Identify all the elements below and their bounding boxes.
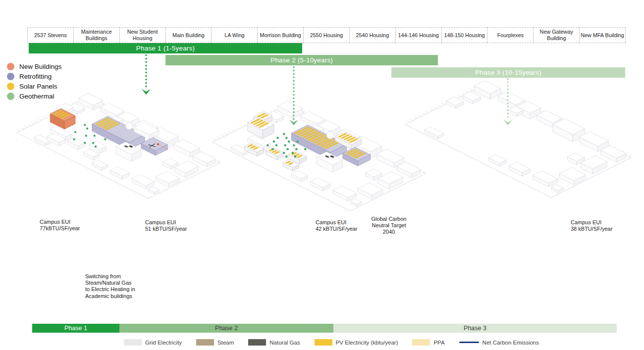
chart-legend-item-natural-gas: Natural Gas (248, 339, 300, 346)
phase2-arrow-icon (288, 66, 300, 126)
legend-dot-icon (7, 73, 14, 80)
phase1-arrow-icon (140, 54, 152, 95)
building-cell-13: New MFA Building (579, 27, 626, 43)
legend-label: Grid Electricity (145, 340, 182, 346)
legend-swatch-icon (248, 339, 266, 346)
chart-legend-item-ppa: PPA (412, 339, 444, 346)
building-cell-12: New Gateway Building (533, 27, 580, 43)
legend-label: PV Electricity (kbtu/year) (336, 340, 398, 346)
legend-swatch-icon (412, 339, 430, 346)
phase2-chart-bar: Phase 2 (119, 324, 333, 333)
legend-label: Retrofitting (19, 73, 52, 80)
legend-swatch-icon (196, 339, 214, 346)
phase1-campus-axonometric (12, 87, 225, 208)
legend-line-icon (459, 342, 479, 344)
building-cell-1: 2537 Stevens (27, 27, 74, 43)
phase2-chart-label: Phase 2 (215, 325, 238, 332)
building-cell-7: 2550 Housing (303, 27, 350, 43)
legend-label: Natural Gas (269, 340, 300, 346)
chart-legend-item-steam: Steam (196, 339, 234, 346)
phase1-timeline-bar: Phase 1 (1-5years) (29, 43, 302, 53)
building-cell-5: LA Wing (211, 27, 258, 43)
phase3-arrow-icon (502, 78, 514, 126)
annotation-carbon-target: Global Carbon Neutral Target 2040 (362, 216, 416, 236)
phase2-timeline-label: Phase 2 (5-10years) (270, 56, 333, 64)
chart-legend-item-grid-electricity: Grid Electricity (124, 339, 182, 346)
legend-label: New Buildings (19, 63, 62, 70)
chart-legend: Grid ElectricitySteamNatural GasPV Elect… (124, 339, 539, 346)
phase3-chart-bar: Phase 3 (333, 324, 617, 333)
phase1-chart-label: Phase 1 (64, 325, 87, 332)
phase1-timeline-label: Phase 1 (1-5years) (136, 45, 195, 52)
legend-swatch-icon (124, 339, 142, 346)
building-header-row: 2537 StevensMaintenance BuildingsNew Stu… (27, 27, 626, 43)
map-legend-item-retrofitting: Retrofitting (7, 73, 62, 80)
legend-dot-icon (7, 63, 14, 70)
annotation-eui-2037: Campus EUI 42 kBTU/SF/year (316, 219, 357, 232)
phase2-timeline-bar: Phase 2 (5-10years) (165, 55, 438, 65)
phase1-chart-bar: Phase 1 (32, 324, 119, 333)
phase3-campus-axonometric (400, 73, 637, 208)
phase2-campus-axonometric (208, 94, 431, 221)
annotation-switching-note: Switching from Steam/Natural Gas to Elec… (85, 273, 135, 300)
map-legend-item-new-buildings: New Buildings (7, 63, 62, 70)
annotation-eui-2028: Campus EUI 51 kBTU/SF/year (145, 219, 187, 232)
building-cell-9: 144-146 Housing (395, 27, 442, 43)
building-cell-11: Fourplexes (487, 27, 534, 43)
chart-legend-item-net-carbon-emissions: Net Carbon Emissions (459, 340, 539, 346)
phase3-chart-label: Phase 3 (464, 325, 486, 332)
annotation-eui-2052: Campus EUI 38 kBTU/SF/year (571, 219, 612, 232)
chart-legend-item-pv-electricity-kbtu-year-: PV Electricity (kbtu/year) (315, 339, 398, 346)
legend-swatch-icon (315, 339, 332, 346)
building-cell-4: Main Building (165, 27, 212, 43)
legend-label: Steam (217, 340, 234, 346)
building-cell-3: New Student Housing (119, 27, 166, 43)
legend-label: Net Carbon Emissions (483, 340, 539, 346)
building-cell-6: Morrison Building (257, 27, 304, 43)
annotation-eui-2022: Campus EUI 77kBTU/SF/year (40, 219, 80, 232)
legend-label: PPA (433, 340, 444, 346)
campus-decarbonization-infographic: 2537 StevensMaintenance BuildingsNew Stu… (0, 0, 644, 350)
building-cell-10: 148-150 Housing (441, 27, 488, 43)
building-cell-8: 2540 Housing (349, 27, 396, 43)
building-cell-2: Maintenance Buildings (73, 27, 120, 43)
